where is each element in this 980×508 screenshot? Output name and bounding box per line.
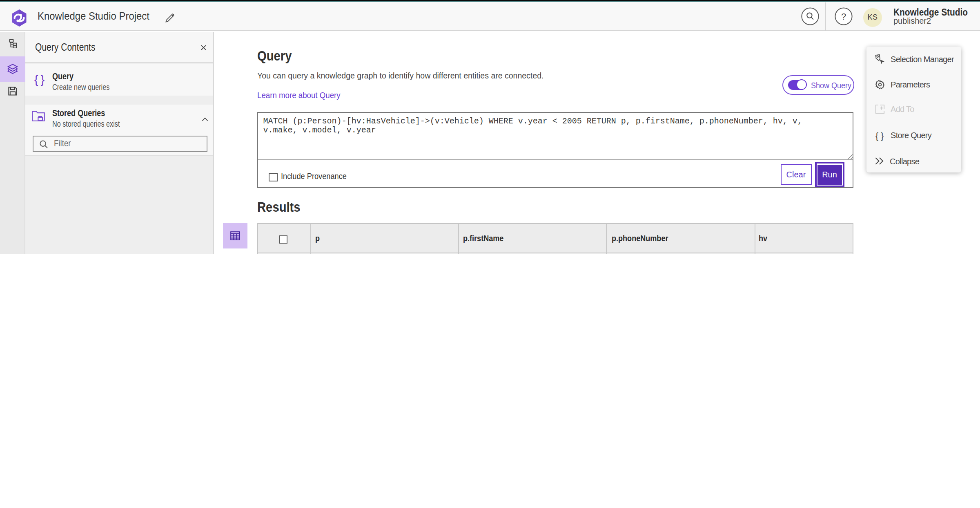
svg-text:?: ? — [841, 11, 846, 22]
